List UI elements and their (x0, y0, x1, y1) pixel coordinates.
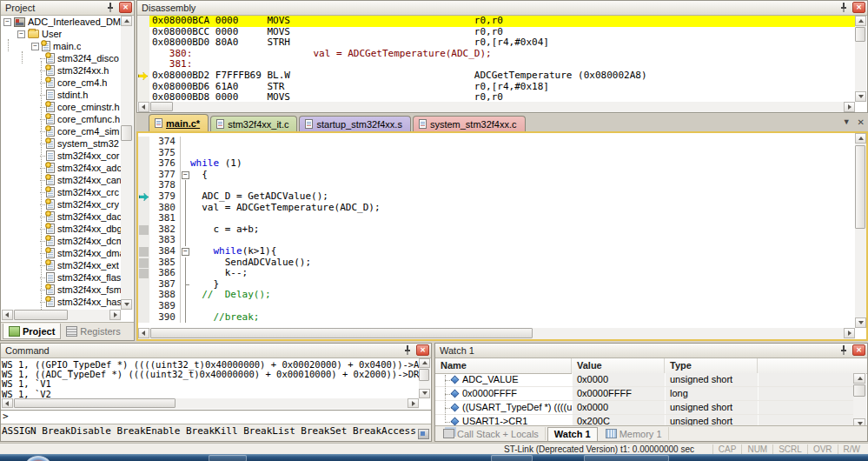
fold-margin[interactable] (180, 312, 190, 324)
breakpoint-margin[interactable] (138, 213, 149, 224)
breakpoint-margin[interactable] (138, 158, 149, 170)
disassembly-line[interactable]: 0x08000BD2 F7FFFB69 BL.W ADCGetTemperatu… (137, 70, 855, 82)
column-header-type[interactable]: Type (665, 358, 758, 373)
disassembly-line[interactable]: 380: val = ADCGetTemperature(ADC_D); (137, 49, 855, 60)
tree-expander-icon[interactable]: − (3, 18, 11, 26)
fold-margin[interactable] (180, 158, 190, 170)
fold-margin[interactable] (180, 148, 190, 159)
breakpoint-margin[interactable] (138, 137, 149, 148)
editor-line[interactable]: 374 (138, 137, 855, 148)
disassembly-scrollbar-horizontal[interactable] (138, 102, 855, 112)
windows-taskbar[interactable] (0, 454, 868, 461)
tree-expander-icon[interactable]: − (31, 43, 39, 50)
taskbar-button[interactable] (491, 455, 533, 461)
start-button[interactable] (23, 456, 54, 461)
pin-icon[interactable] (104, 2, 116, 13)
breakpoint-margin[interactable] (138, 312, 149, 324)
taskbar-button[interactable] (584, 455, 669, 461)
tree-item[interactable]: stm32f4xx_dac (1, 210, 122, 223)
editor-scrollbar-horizontal[interactable] (138, 328, 855, 339)
disassembly-gutter[interactable] (137, 70, 149, 82)
breakpoint-margin[interactable] (138, 301, 149, 312)
command-output[interactable]: WS 1, ((GPIO_TypeDef *) ((((uint32_t)0x4… (1, 358, 419, 400)
watch-scrollbar-vertical[interactable] (853, 373, 866, 429)
disassembly-gutter[interactable] (137, 37, 149, 49)
command-input[interactable]: > (1, 410, 431, 424)
command-scrollbar-horizontal[interactable] (2, 398, 419, 409)
document-tab-startup-stm32f4xx-s[interactable]: startup_stm32f4xx.s (299, 116, 410, 131)
close-icon[interactable]: ✕ (416, 344, 429, 356)
tree-item[interactable]: stm32f4xx_ext (1, 259, 122, 271)
close-document-icon[interactable]: ✕ (858, 117, 865, 127)
fold-margin[interactable] (180, 235, 190, 246)
disassembly-line[interactable]: 0x08000BD0 80A0 STRH r0,[r4,#0x04] (137, 37, 855, 49)
editor-line[interactable]: 377− { (138, 170, 855, 181)
watch-type-cell[interactable]: long (665, 387, 758, 400)
tree-item[interactable]: stm32f4xx_dma (1, 247, 122, 259)
tree-item[interactable]: system_stm32 (1, 137, 122, 150)
disassembly-line[interactable]: 0x08000BD8 0000 MOVS r0,r0 (137, 92, 855, 102)
disassembly-gutter[interactable] (137, 82, 149, 93)
tree-item[interactable]: stm32f4xx_can (1, 174, 122, 186)
watch-name-cell[interactable]: ((USART_TypeDef *) ((((uin... (435, 401, 572, 414)
tab-watch-1[interactable]: Watch 1 (547, 427, 598, 441)
watch-type-cell[interactable]: unsigned short (665, 401, 758, 414)
fold-margin[interactable] (180, 268, 190, 279)
project-scrollbar-horizontal[interactable] (2, 310, 121, 321)
tab-memory-1[interactable]: Memory 1 (600, 427, 669, 440)
column-header-name[interactable]: Name (435, 358, 572, 373)
document-tab-main-c-[interactable]: main.c* (149, 114, 209, 131)
tree-item[interactable]: stm32f4xx_fsm (1, 284, 122, 296)
document-tab-system-stm32f4xx-c[interactable]: system_stm32f4xx.c (413, 116, 526, 131)
editor-line[interactable]: 390 //break; (138, 312, 855, 324)
breakpoint-margin[interactable] (138, 246, 149, 257)
tree-item[interactable]: −User (1, 28, 122, 40)
watch-type-cell[interactable]: unsigned short (665, 373, 758, 386)
fold-margin[interactable]: − (180, 170, 190, 181)
breakpoint-margin[interactable] (138, 180, 149, 191)
disassembly-gutter[interactable] (137, 59, 149, 70)
fold-margin[interactable] (180, 301, 190, 312)
breakpoint-margin[interactable] (138, 279, 149, 291)
tree-item[interactable]: −main.c (1, 40, 122, 52)
fold-margin[interactable] (180, 191, 190, 203)
tree-item[interactable]: stm32f4xx_crc (1, 186, 122, 198)
breakpoint-margin[interactable] (138, 203, 149, 214)
tab-call-stack-locals[interactable]: Call Stack + Locals (437, 427, 546, 440)
disassembly-gutter[interactable] (137, 27, 149, 38)
fold-margin[interactable] (180, 257, 190, 269)
column-header-value[interactable]: Value (572, 358, 665, 373)
tab-registers[interactable]: Registers (61, 324, 125, 339)
breakpoint-margin[interactable] (138, 224, 149, 236)
fold-margin[interactable] (180, 137, 190, 148)
editor-text-area[interactable]: 374375376while (1)377− {378379 ADC_D = G… (138, 133, 855, 328)
watch-row[interactable]: ((USART_TypeDef *) ((((uin...0x0000unsig… (435, 401, 853, 415)
editor-line[interactable]: 386 k--; (138, 268, 855, 279)
disassembly-line[interactable]: 0x08000BCA 0000 MOVS r0,r0 (137, 16, 855, 27)
breakpoint-margin[interactable] (138, 148, 149, 159)
tree-item[interactable]: stm32f4_disco (1, 52, 122, 64)
tree-item[interactable]: stm32f4xx.h (1, 64, 122, 77)
watch-value-cell[interactable]: 0x0000FFFF (572, 387, 665, 400)
fold-collapse-icon[interactable]: − (182, 248, 189, 256)
tree-item[interactable]: stm32f4xx_cor (1, 150, 122, 162)
close-icon[interactable]: ✕ (119, 2, 132, 13)
tree-item[interactable]: stm32f4xx_has (1, 296, 122, 308)
breakpoint-margin[interactable] (138, 257, 149, 269)
disassembly-gutter[interactable] (137, 49, 149, 60)
tree-item[interactable]: −ADC_Interleaved_DMAm (1, 16, 122, 28)
editor-line[interactable]: 382 c = a+b; (138, 224, 855, 236)
project-scrollbar-vertical[interactable] (121, 16, 133, 310)
pin-icon[interactable] (838, 344, 850, 356)
tree-item[interactable]: core_cmfunc.h (1, 113, 122, 125)
editor-line[interactable]: 388 // Delay(); (138, 290, 855, 301)
editor-scrollbar-vertical[interactable] (855, 133, 866, 328)
disassembly-gutter[interactable] (137, 16, 149, 27)
fold-margin[interactable] (180, 279, 190, 291)
tree-item[interactable]: core_cm4_sim (1, 125, 122, 137)
tab-list-dropdown-icon[interactable]: ▼ (843, 117, 851, 127)
tree-item[interactable]: stm32f4xx_cry (1, 198, 122, 210)
close-icon[interactable]: ✕ (852, 344, 865, 356)
tree-expander-icon[interactable]: − (17, 30, 25, 38)
tree-item[interactable]: stm32f4xx_flas (1, 271, 122, 284)
